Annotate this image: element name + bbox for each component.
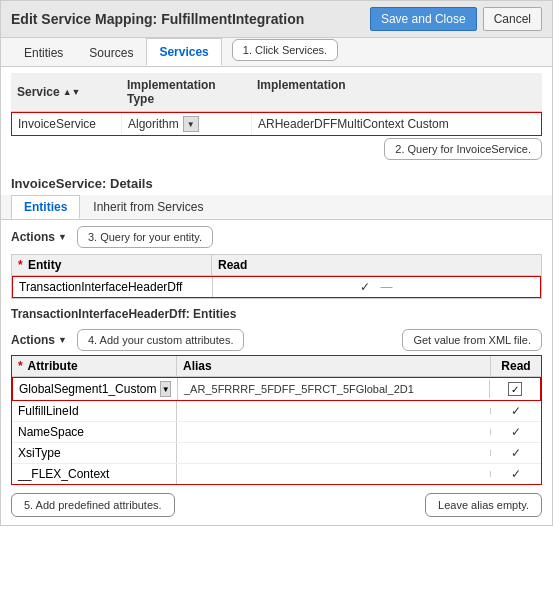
service-table-header: Service ▲▼ Implementation Type Implement… [11, 73, 542, 112]
read-col-header-attr: Read [491, 356, 541, 376]
attr-read-1: ✓ [491, 401, 541, 421]
attr-col-header: * Attribute [12, 356, 177, 376]
attr-row-0[interactable]: GlobalSegment1_Custom ▼ _AR_5FRRRF_5FDFF… [12, 377, 541, 401]
callout-predefined-attrs: 5. Add predefined attributes. [11, 493, 175, 517]
attr-alias-3 [177, 450, 491, 456]
service-name-cell: InvoiceService [12, 114, 122, 134]
entity-name-cell: TransactionInterfaceHeaderDff [13, 277, 213, 297]
alias-col-header: Alias [177, 356, 491, 376]
callout-click-services: 1. Click Services. [232, 39, 338, 61]
attr-table-header: * Attribute Alias Read [12, 356, 541, 377]
attr-row-4[interactable]: __FLEX_Context ✓ [12, 464, 541, 484]
callout-query-invoice: 2. Query for InvoiceService. [384, 138, 542, 160]
header-buttons: Save and Close Cancel [370, 7, 542, 31]
actions-button[interactable]: Actions ▼ [11, 230, 67, 244]
attr-alias-4 [177, 471, 491, 477]
attr-name-0: GlobalSegment1_Custom ▼ [13, 378, 178, 400]
tab-services[interactable]: Services [146, 38, 221, 66]
required-star-attr: * [18, 359, 23, 373]
page-title: Edit Service Mapping: FulfillmentIntegra… [11, 11, 304, 27]
callout-xml-file: Get value from XML file. [402, 329, 542, 351]
attr-dropdown-0[interactable]: ▼ [160, 381, 171, 397]
read-col-header: Read [212, 255, 541, 275]
subsection-title: TransactionInterfaceHeaderDff: Entities [1, 299, 552, 325]
impl-col-header: Implementation [251, 76, 542, 108]
bottom-callouts: 5. Add predefined attributes. Leave alia… [1, 485, 552, 525]
check-icon-2: ✓ [511, 425, 521, 439]
actions2-dropdown-icon: ▼ [58, 335, 67, 345]
entity-table-header: * Entity Read [12, 255, 541, 276]
checkbox-checked-icon[interactable]: ✓ [508, 382, 522, 396]
attr-row-1[interactable]: FulfillLineId ✓ [12, 401, 541, 422]
check-icon-4: ✓ [511, 467, 521, 481]
impl-type-col-header: Implementation Type [121, 76, 251, 108]
entity-read-cell: ✓ — [213, 277, 540, 297]
attr-alias-2 [177, 429, 491, 435]
check-icon-1: ✓ [511, 404, 521, 418]
attr-read-4: ✓ [491, 464, 541, 484]
details-title: InvoiceService: Details [1, 168, 552, 195]
attr-read-2: ✓ [491, 422, 541, 442]
callout-custom-attrs: 4. Add your custom attributes. [77, 329, 245, 351]
sub-tabs: Entities Inherit from Services [1, 195, 552, 220]
dropdown-arrow-icon[interactable]: ▼ [183, 116, 199, 132]
attr-alias-1 [177, 408, 491, 414]
entity-col-header: * Entity [12, 255, 212, 275]
sub-tab-inherit[interactable]: Inherit from Services [80, 195, 216, 219]
callout-leave-alias-empty: Leave alias empty. [425, 493, 542, 517]
check-icon: ✓ [360, 280, 370, 294]
service-table-row[interactable]: InvoiceService Algorithm ▼ ARHeaderDFFMu… [11, 112, 542, 136]
impl-cell: ARHeaderDFFMultiContext Custom [252, 114, 541, 134]
sub-tab-entities[interactable]: Entities [11, 195, 80, 219]
tab-sources[interactable]: Sources [76, 39, 146, 66]
check-icon-3: ✓ [511, 446, 521, 460]
attr-row-3[interactable]: XsiType ✓ [12, 443, 541, 464]
service-col-header: Service [17, 85, 60, 99]
page-container: Edit Service Mapping: FulfillmentIntegra… [0, 0, 553, 526]
attr-name-3: XsiType [12, 443, 177, 463]
attr-read-0[interactable]: ✓ [490, 379, 540, 400]
sort-icon[interactable]: ▲▼ [63, 87, 81, 97]
dash-icon: — [381, 280, 393, 294]
attr-read-3: ✓ [491, 443, 541, 463]
attr-name-4: __FLEX_Context [12, 464, 177, 484]
entity-table-row[interactable]: TransactionInterfaceHeaderDff ✓ — [12, 276, 541, 298]
attr-name-1: FulfillLineId [12, 401, 177, 421]
actions-dropdown-icon: ▼ [58, 232, 67, 242]
entity-table: * Entity Read TransactionInterfaceHeader… [11, 254, 542, 299]
actions-row: Actions ▼ 3. Query for your entity. [1, 220, 552, 254]
tab-entities[interactable]: Entities [11, 39, 76, 66]
service-section: Service ▲▼ Implementation Type Implement… [1, 67, 552, 168]
cancel-button[interactable]: Cancel [483, 7, 542, 31]
attr-row-2[interactable]: NameSpace ✓ [12, 422, 541, 443]
attr-table: * Attribute Alias Read GlobalSegment1_Cu… [11, 355, 542, 485]
required-star: * [18, 258, 23, 272]
attr-alias-0: _AR_5FRRRF_5FDFF_5FRCT_5FGlobal_2D1 [178, 380, 490, 398]
header: Edit Service Mapping: FulfillmentIntegra… [1, 1, 552, 38]
attr-name-2: NameSpace [12, 422, 177, 442]
callout-query-entity: 3. Query for your entity. [77, 226, 213, 248]
impl-type-cell: Algorithm ▼ [122, 113, 252, 135]
save-close-button[interactable]: Save and Close [370, 7, 477, 31]
actions2-button[interactable]: Actions ▼ [11, 333, 67, 347]
